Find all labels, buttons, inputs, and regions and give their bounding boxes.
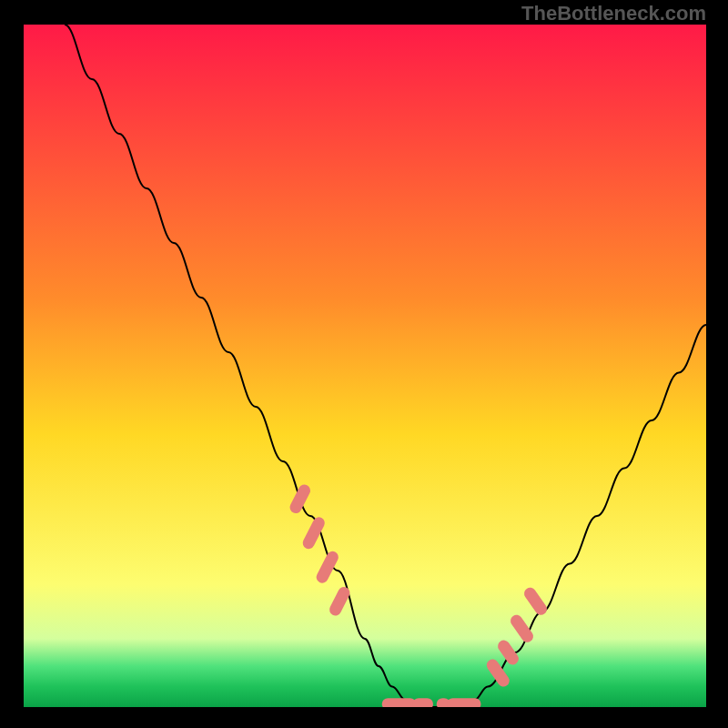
watermark-text: TheBottleneck.com	[521, 2, 706, 25]
curve-marker	[413, 698, 434, 707]
curve-marker	[447, 698, 481, 707]
bottleneck-plot	[24, 25, 706, 707]
chart-frame: TheBottleneck.com	[0, 0, 728, 728]
curve-marker	[382, 698, 417, 707]
gradient-background	[24, 25, 706, 707]
